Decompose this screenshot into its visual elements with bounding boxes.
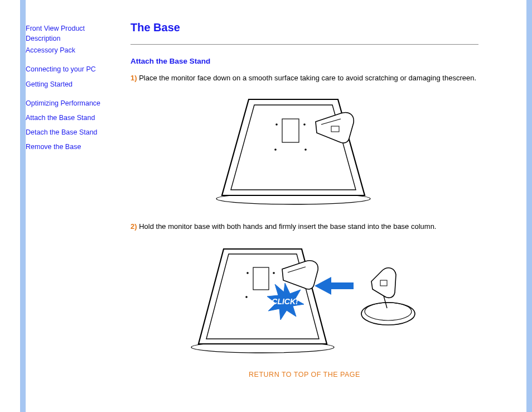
return-to-top: RETURN TO TOP OF THE PAGE [130,370,478,379]
step-number: 1) [130,74,137,82]
step-2: 2) Hold the monitor base with both hands… [130,222,478,232]
sidebar-link-getting-started[interactable]: Getting Started [26,79,119,89]
sidebar-link-attach-base[interactable]: Attach the Base Stand [26,113,119,123]
section-subtitle: Attach the Base Stand [130,57,478,65]
svg-point-15 [245,296,248,298]
sidebar-link-connecting-pc[interactable]: Connecting to your PC [26,64,119,74]
step-number: 2) [130,222,137,231]
sidebar-nav: Front View Product Description Accessory… [26,0,119,412]
figure-1-monitor-facedown [130,94,478,207]
page-title: The Base [130,21,478,34]
svg-point-13 [246,272,249,274]
left-accent-bar [20,0,26,412]
sidebar-link-accessory-pack[interactable]: Accessory Pack [26,45,119,55]
divider [130,44,478,45]
svg-marker-18 [315,277,354,295]
click-label: CLICK! [272,297,298,306]
main-content: The Base Attach the Base Stand 1) Place … [130,0,512,412]
sidebar-link-detach-base[interactable]: Detach the Base Stand [26,127,119,137]
sidebar-link-label: Front View Product [26,25,85,32]
sidebar-group-1: Front View Product Description Accessory… [26,23,119,55]
step-text: Hold the monitor base with both hands an… [137,222,437,231]
sidebar-link-remove-base[interactable]: Remove the Base [26,142,119,152]
svg-point-14 [273,272,275,274]
step-1: 1) Place the monitor face down on a smoo… [130,73,478,84]
arrow-left-icon [315,277,354,295]
right-accent-bar [526,0,532,412]
svg-point-6 [274,148,277,151]
svg-point-4 [275,123,278,126]
sidebar-link-optimizing[interactable]: Optimizing Performance [26,98,119,108]
return-to-top-link[interactable]: RETURN TO TOP OF THE PAGE [249,371,360,379]
sidebar-link-front-view[interactable]: Front View Product Description [26,23,119,44]
sidebar-group-3: Optimizing Performance Attach the Base S… [26,98,119,152]
step-text: Place the monitor face down on a smooth … [137,74,476,82]
monitor-base-insert-icon: CLICK! [187,242,422,354]
monitor-illustration-icon [210,94,399,205]
sidebar-group-2: Connecting to your PC Getting Started [26,64,119,89]
figure-2-insert-base: CLICK! [130,242,478,356]
svg-point-5 [303,123,306,126]
sidebar-link-label: Description [26,35,61,42]
svg-point-7 [304,148,307,151]
